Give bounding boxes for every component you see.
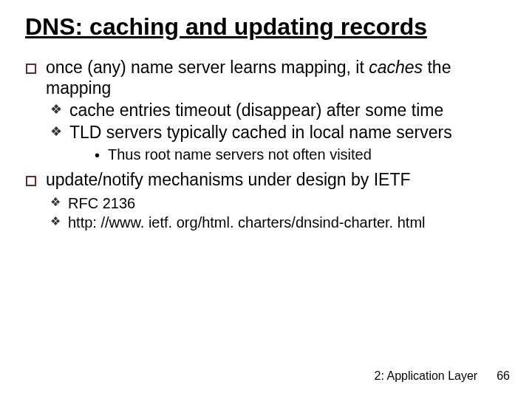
bullet-level2: ❖ TLD servers typically cached in local … bbox=[50, 122, 507, 143]
bullet2-sub2: http: //www. ietf. org/html. charters/dn… bbox=[68, 214, 507, 231]
bullet1-sub1: cache entries timeout (disappear) after … bbox=[69, 100, 507, 120]
bullet-level2: ❖ http: //www. ietf. org/html. charters/… bbox=[50, 214, 507, 231]
bullet1-em: caches bbox=[369, 58, 423, 77]
square-bullet-icon bbox=[25, 57, 46, 98]
diamond-bullet-icon: ❖ bbox=[50, 214, 68, 231]
dot-bullet-icon: • bbox=[95, 146, 108, 165]
bullet-level1: update/notify mechanisms under design by… bbox=[25, 169, 507, 190]
svg-rect-1 bbox=[27, 177, 35, 185]
bullet1-pre: once (any) name server learns mapping, i… bbox=[46, 58, 369, 77]
slide-body: once (any) name server learns mapping, i… bbox=[25, 57, 507, 232]
bullet1-sub2-a: Thus root name servers not often visited bbox=[108, 146, 507, 165]
bullet1-text: once (any) name server learns mapping, i… bbox=[46, 57, 507, 98]
footer-chapter: 2: Application Layer bbox=[375, 369, 478, 383]
svg-rect-0 bbox=[27, 64, 35, 73]
square-bullet-icon bbox=[25, 169, 46, 190]
bullet-level2: ❖ RFC 2136 bbox=[50, 194, 507, 212]
footer-page-number: 66 bbox=[497, 369, 510, 383]
diamond-bullet-icon: ❖ bbox=[50, 100, 69, 120]
footer: 2: Application Layer 66 bbox=[375, 369, 510, 383]
bullet1-sub2: TLD servers typically cached in local na… bbox=[69, 122, 507, 143]
diamond-bullet-icon: ❖ bbox=[50, 122, 69, 143]
bullet-level1: once (any) name server learns mapping, i… bbox=[25, 57, 507, 98]
bullet-level3: • Thus root name servers not often visit… bbox=[95, 146, 507, 165]
slide-title: DNS: caching and updating records bbox=[25, 13, 507, 41]
bullet-level2: ❖ cache entries timeout (disappear) afte… bbox=[50, 100, 507, 120]
bullet2-sub1: RFC 2136 bbox=[68, 194, 507, 212]
slide: DNS: caching and updating records once (… bbox=[0, 0, 532, 399]
diamond-bullet-icon: ❖ bbox=[50, 194, 68, 212]
bullet2-text: update/notify mechanisms under design by… bbox=[46, 169, 507, 190]
